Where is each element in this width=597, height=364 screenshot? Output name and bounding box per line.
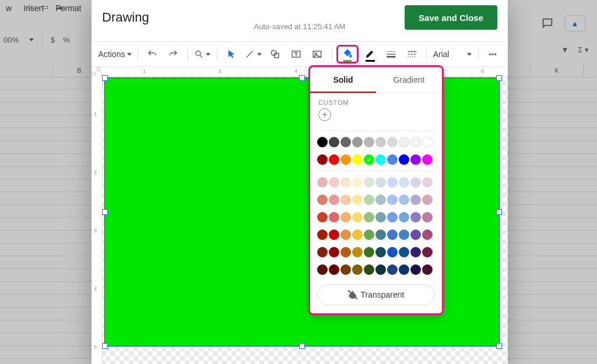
color-swatch[interactable] — [399, 195, 409, 205]
save-and-close-button[interactable]: Save and Close — [405, 5, 497, 30]
color-swatch[interactable] — [317, 154, 328, 165]
color-swatch[interactable] — [375, 154, 386, 165]
resize-handle[interactable] — [102, 209, 108, 215]
canvas-area[interactable]: 1 2 4 6 1 2 3 4 5 — [92, 67, 508, 364]
color-swatch[interactable] — [399, 154, 409, 165]
resize-handle[interactable] — [102, 343, 108, 349]
resize-handle[interactable] — [496, 209, 502, 215]
color-swatch[interactable] — [422, 137, 433, 147]
color-swatch[interactable] — [399, 137, 409, 147]
color-swatch[interactable] — [422, 229, 433, 240]
color-swatch[interactable] — [340, 212, 351, 222]
filter-icon[interactable]: ▼ — [561, 45, 568, 54]
comment-icon[interactable] — [541, 17, 554, 30]
color-swatch[interactable] — [364, 137, 374, 147]
color-swatch[interactable] — [375, 229, 386, 240]
color-swatch[interactable] — [387, 195, 398, 205]
color-swatch[interactable] — [352, 195, 363, 205]
color-swatch[interactable] — [375, 195, 386, 205]
color-swatch[interactable] — [329, 229, 339, 240]
color-swatch[interactable] — [352, 154, 363, 165]
col-header[interactable]: K — [531, 64, 584, 77]
color-swatch[interactable] — [329, 177, 339, 188]
color-swatch[interactable] — [399, 212, 409, 222]
color-swatch[interactable] — [352, 229, 363, 240]
color-swatch[interactable] — [375, 264, 386, 275]
color-swatch[interactable] — [410, 195, 421, 205]
border-color-button[interactable] — [361, 47, 380, 62]
border-weight-button[interactable] — [382, 47, 401, 62]
color-swatch[interactable] — [422, 154, 433, 165]
color-swatch[interactable] — [387, 247, 398, 257]
color-swatch[interactable] — [422, 177, 433, 188]
color-swatch[interactable] — [317, 264, 328, 275]
color-swatch[interactable] — [410, 137, 421, 147]
color-swatch[interactable] — [387, 229, 398, 240]
zoom-button[interactable] — [192, 47, 212, 62]
resize-handle[interactable] — [299, 343, 305, 349]
color-swatch[interactable] — [410, 154, 421, 165]
color-swatch[interactable] — [340, 247, 351, 257]
color-swatch[interactable] — [375, 137, 386, 147]
color-swatch[interactable] — [375, 247, 386, 257]
line-tool[interactable] — [243, 47, 263, 62]
color-swatch[interactable] — [352, 212, 363, 222]
color-swatch[interactable] — [410, 229, 421, 240]
color-swatch[interactable] — [387, 177, 398, 188]
color-swatch[interactable] — [364, 154, 374, 165]
color-swatch[interactable] — [422, 264, 433, 275]
tab-gradient[interactable]: Gradient — [376, 67, 442, 93]
select-tool[interactable] — [222, 47, 241, 62]
fill-color-button[interactable] — [336, 45, 359, 63]
actions-menu[interactable]: Actions — [97, 47, 133, 62]
color-swatch[interactable] — [375, 177, 386, 188]
color-swatch[interactable] — [410, 212, 421, 222]
color-swatch[interactable] — [340, 229, 351, 240]
more-button[interactable]: ••• — [483, 47, 502, 62]
color-swatch[interactable] — [329, 195, 339, 205]
color-swatch[interactable] — [399, 229, 409, 240]
shape-tool[interactable] — [266, 47, 285, 62]
color-swatch[interactable] — [317, 137, 328, 147]
color-swatch[interactable] — [329, 154, 339, 165]
tab-solid[interactable]: Solid — [310, 67, 376, 93]
add-custom-color-button[interactable]: + — [318, 108, 331, 121]
color-swatch[interactable] — [364, 229, 374, 240]
color-swatch[interactable] — [352, 264, 363, 275]
percent-button[interactable]: % — [63, 36, 70, 44]
move-icon[interactable]: ▭ — [38, 0, 51, 13]
cloud-icon[interactable]: ☁ — [53, 0, 66, 13]
resize-handle[interactable] — [299, 75, 305, 81]
color-swatch[interactable] — [387, 264, 398, 275]
color-swatch[interactable] — [317, 195, 328, 205]
color-swatch[interactable] — [364, 177, 374, 188]
color-swatch[interactable] — [375, 212, 386, 222]
resize-handle[interactable] — [102, 75, 108, 81]
color-swatch[interactable] — [364, 264, 374, 275]
color-swatch[interactable] — [387, 154, 398, 165]
color-swatch[interactable] — [399, 247, 409, 257]
border-dash-button[interactable] — [403, 47, 422, 62]
resize-handle[interactable] — [496, 343, 502, 349]
resize-handle[interactable] — [496, 75, 502, 81]
color-swatch[interactable] — [340, 264, 351, 275]
color-swatch[interactable] — [410, 264, 421, 275]
color-swatch[interactable] — [329, 247, 339, 257]
color-swatch[interactable] — [410, 247, 421, 257]
image-tool[interactable] — [308, 47, 326, 62]
color-swatch[interactable] — [317, 177, 328, 188]
redo-button[interactable] — [164, 47, 182, 62]
color-swatch[interactable] — [364, 195, 374, 205]
color-swatch[interactable] — [352, 137, 363, 147]
col-header[interactable] — [0, 64, 53, 77]
color-swatch[interactable] — [422, 247, 433, 257]
color-swatch[interactable] — [410, 177, 421, 188]
color-swatch[interactable] — [364, 212, 374, 222]
star-icon[interactable]: ☆ — [23, 0, 36, 13]
color-swatch[interactable] — [352, 247, 363, 257]
color-swatch[interactable] — [399, 264, 409, 275]
color-swatch[interactable] — [340, 177, 351, 188]
menu-item[interactable]: w — [0, 0, 17, 16]
color-swatch[interactable] — [399, 177, 409, 188]
color-swatch[interactable] — [317, 212, 328, 222]
